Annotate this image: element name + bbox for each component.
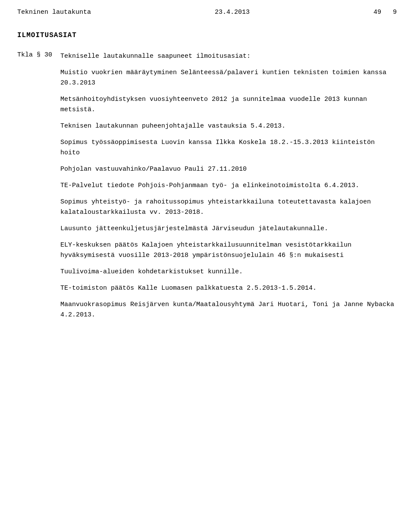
content-paragraph: Sopimus työssäoppimisesta Luovin kanssa … [60, 138, 397, 158]
header-organization: Tekninen lautakunta [17, 9, 91, 16]
header-num2: 9 [393, 9, 397, 16]
header-numbers: 49 9 [373, 9, 397, 16]
content-paragraph: TE-Palvelut tiedote Pohjois-Pohjanmaan t… [60, 181, 397, 191]
page: Tekninen lautakunta 23.4.2013 49 9 ILMOI… [0, 0, 414, 532]
section-title: ILMOITUSASIAT [17, 31, 397, 39]
header-num1: 49 [373, 9, 381, 16]
content-paragraph: Pohjolan vastuuvahinko/Paalavuo Pauli 27… [60, 164, 397, 175]
content-paragraph: Metsänhoitoyhdistyksen vuosiyhteenveto 2… [60, 94, 397, 115]
content-paragraph: Lausunto jätteenkuljetusjärjestelmästä J… [60, 224, 397, 234]
content-paragraph: Sopimus yhteistyö- ja rahoitussopimus yh… [60, 197, 397, 218]
main-content-row: Tkla § 30 Tekniselle lautakunnalle saapu… [17, 51, 397, 320]
content-paragraph: Maanvuokrasopimus Reisjärven kunta/Maata… [60, 300, 397, 320]
content-paragraph: Muistio vuokrien määräytyminen Seläntees… [60, 68, 397, 88]
content-paragraph: Tekniselle lautakunnalle saapuneet ilmoi… [60, 51, 397, 62]
content-body: Tekniselle lautakunnalle saapuneet ilmoi… [60, 51, 397, 320]
content-paragraph: TE-toimiston päätös Kalle Luomasen palkk… [60, 283, 397, 294]
content-paragraph: Teknisen lautakunnan puheenjohtajalle va… [60, 121, 397, 131]
tkla-label: Tkla § 30 [17, 51, 60, 59]
content-paragraph: ELY-keskuksen päätös Kalajoen yhteistark… [60, 240, 397, 261]
content-paragraph: Tuulivoima-alueiden kohdetarkistukset ku… [60, 267, 397, 277]
page-header: Tekninen lautakunta 23.4.2013 49 9 [17, 9, 397, 19]
header-date: 23.4.2013 [215, 9, 250, 16]
